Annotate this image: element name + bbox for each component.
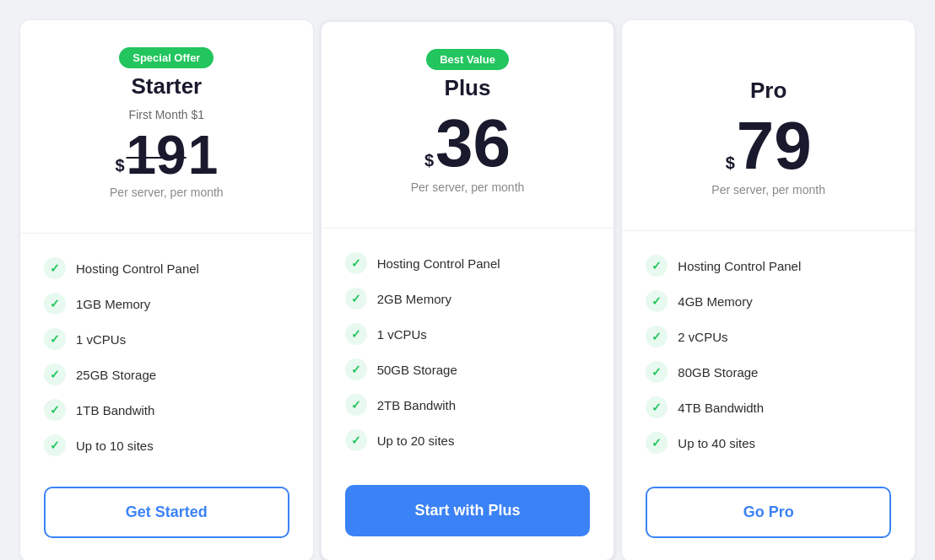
pro-price-row: $ 79: [646, 112, 891, 180]
feature-label: 1 vCPUs: [377, 327, 427, 342]
starter-per-server: Per server, per month: [44, 186, 289, 199]
check-icon: [44, 257, 66, 279]
feature-label: 50GB Storage: [377, 363, 457, 377]
plan-card-pro: Pro $ 79 Per server, per month Hosting C…: [622, 20, 915, 560]
feature-item: Hosting Control Panel: [345, 245, 591, 281]
feature-label: 4GB Memory: [678, 294, 752, 309]
feature-label: 2GB Memory: [377, 292, 451, 306]
plus-price-main: 36: [435, 110, 511, 177]
feature-item: 2 vCPUs: [646, 319, 891, 354]
check-icon: [345, 288, 367, 310]
check-icon: [345, 358, 367, 380]
plus-divider: [322, 228, 614, 229]
plus-features: Hosting Control Panel 2GB Memory 1 vCPUs…: [345, 245, 591, 461]
feature-label: 80GB Storage: [678, 365, 758, 380]
feature-item: 1 vCPUs: [345, 316, 591, 352]
pro-divider: [622, 230, 915, 231]
check-icon: [646, 396, 667, 418]
feature-label: 2TB Bandwith: [377, 398, 456, 412]
feature-label: Up to 20 sites: [377, 433, 455, 448]
plus-per-server: Per server, per month: [345, 180, 591, 194]
check-icon: [646, 432, 667, 454]
pro-header: Pro $ 79 Per server, per month: [646, 47, 891, 217]
starter-price-original: 19: [127, 128, 186, 182]
feature-item: 2GB Memory: [345, 281, 591, 316]
feature-item: 1TB Bandwith: [44, 392, 289, 428]
check-icon: [345, 429, 367, 451]
feature-item: Up to 40 sites: [646, 425, 891, 460]
check-icon: [44, 363, 66, 385]
check-icon: [44, 399, 66, 421]
feature-label: Hosting Control Panel: [678, 259, 801, 273]
feature-item: Up to 20 sites: [345, 423, 591, 458]
check-icon: [345, 323, 367, 345]
feature-item: 80GB Storage: [646, 354, 891, 390]
feature-label: 1GB Memory: [76, 297, 150, 311]
pro-currency: $: [726, 153, 735, 173]
plan-card-starter: Special Offer Starter First Month $1 $ 1…: [20, 20, 313, 560]
feature-item: Hosting Control Panel: [646, 248, 891, 283]
plus-header: Best Value Plus $ 36 Per server, per mon…: [345, 49, 591, 214]
check-icon: [646, 255, 667, 277]
starter-name: Starter: [44, 73, 289, 100]
pro-features: Hosting Control Panel 4GB Memory 2 vCPUs…: [646, 248, 891, 463]
check-icon: [646, 326, 667, 347]
feature-label: Hosting Control Panel: [76, 261, 199, 276]
pro-name: Pro: [646, 78, 891, 104]
pro-price-main: 79: [737, 112, 812, 180]
feature-label: 2 vCPUs: [678, 330, 727, 344]
starter-currency: $: [115, 156, 124, 175]
check-icon: [345, 252, 367, 274]
feature-item: 2TB Bandwith: [345, 387, 591, 423]
starter-badge: Special Offer: [119, 47, 213, 68]
pro-cta-button[interactable]: Go Pro: [646, 487, 891, 538]
starter-divider: [20, 233, 313, 234]
pricing-container: Special Offer Starter First Month $1 $ 1…: [17, 17, 918, 560]
feature-label: Up to 40 sites: [678, 436, 755, 450]
feature-label: 1 vCPUs: [76, 332, 126, 347]
plus-cta-button[interactable]: Start with Plus: [345, 485, 591, 536]
plan-card-plus: Best Value Plus $ 36 Per server, per mon…: [320, 20, 616, 560]
feature-label: 1TB Bandwith: [76, 403, 154, 417]
feature-item: 4TB Bandwidth: [646, 390, 891, 425]
check-icon: [646, 290, 667, 312]
feature-item: 4GB Memory: [646, 283, 891, 319]
feature-item: 1 vCPUs: [44, 321, 289, 357]
starter-price-row: $ 19 1: [44, 128, 289, 182]
plus-name: Plus: [345, 75, 591, 101]
plus-price-row: $ 36: [345, 110, 591, 177]
starter-first-month: First Month $1: [44, 108, 289, 121]
plus-currency: $: [424, 151, 434, 170]
pro-per-server: Per server, per month: [646, 183, 891, 197]
check-icon: [44, 434, 66, 456]
plus-badge: Best Value: [426, 49, 509, 70]
check-icon: [44, 328, 66, 350]
starter-features: Hosting Control Panel 1GB Memory 1 vCPUs…: [44, 250, 289, 463]
starter-cta-button[interactable]: Get Started: [44, 487, 289, 538]
feature-item: 25GB Storage: [44, 357, 289, 392]
feature-item: 50GB Storage: [345, 352, 591, 387]
check-icon: [646, 361, 667, 383]
feature-label: 25GB Storage: [76, 368, 156, 382]
check-icon: [345, 394, 367, 416]
feature-item: Hosting Control Panel: [44, 250, 289, 286]
feature-label: 4TB Bandwidth: [678, 401, 764, 415]
feature-item: Up to 10 sites: [44, 428, 289, 463]
feature-label: Hosting Control Panel: [377, 256, 500, 271]
feature-label: Up to 10 sites: [76, 439, 154, 453]
starter-price-discounted: 1: [188, 128, 219, 182]
starter-header: Special Offer Starter First Month $1 $ 1…: [44, 47, 289, 219]
check-icon: [44, 293, 66, 315]
feature-item: 1GB Memory: [44, 286, 289, 321]
